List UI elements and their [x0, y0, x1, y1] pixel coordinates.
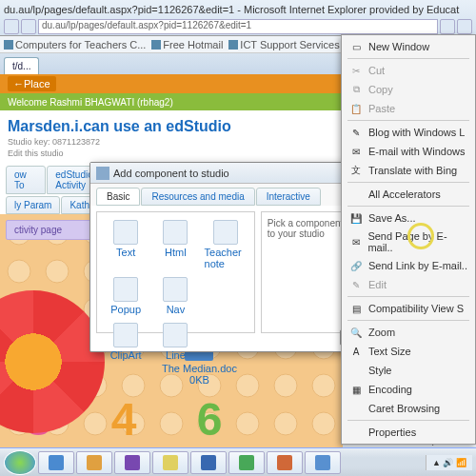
note-icon [213, 220, 238, 245]
menu-cut: ✂Cut [344, 61, 473, 80]
ie-icon [49, 455, 64, 470]
word-icon [201, 455, 216, 470]
taskbar-button[interactable] [114, 451, 150, 474]
menu-save-as[interactable]: 💾Save As... [344, 208, 473, 228]
menu-blog[interactable]: ✎Blog with Windows L [344, 123, 473, 142]
menu-encoding[interactable]: ▦Encoding [344, 380, 473, 399]
menu-zoom[interactable]: 🔍Zoom [344, 323, 473, 342]
app-icon [315, 455, 330, 470]
save-icon: 💾 [349, 211, 363, 225]
component-line[interactable]: Line [152, 321, 198, 363]
menu-email[interactable]: ✉E-mail with Windows [344, 142, 473, 161]
onenote-icon [125, 455, 140, 470]
refresh-button[interactable] [440, 19, 455, 34]
taskbar-button[interactable] [76, 451, 112, 474]
menu-properties[interactable]: Properties [344, 423, 473, 442]
menu-new-window[interactable]: ▭New Window [344, 37, 473, 56]
component-grid: Text Html Teacher note Popup Nav ClipArt… [96, 211, 255, 333]
encoding-icon: ▦ [349, 383, 363, 396]
fav-link[interactable]: Free Hotmail [151, 39, 223, 50]
send-icon: ✉ [349, 235, 362, 248]
system-tray[interactable]: ▲ 🔊 📶 [426, 455, 472, 470]
component-html[interactable]: Html [152, 218, 198, 271]
copy-icon: ⧉ [349, 83, 363, 96]
outlook-icon [163, 455, 178, 470]
menu-send-link[interactable]: 🔗Send Link by E-mail.. [344, 256, 473, 275]
popup-icon [113, 277, 138, 302]
translate-icon: 文 [349, 164, 363, 177]
excel-icon [239, 455, 254, 470]
menu-paste: 📋Paste [344, 99, 473, 118]
paste-icon: 📋 [349, 102, 363, 115]
menu-compat-view[interactable]: ▤Compatibility View S [344, 299, 473, 318]
activity-page-label[interactable]: ctivity page [6, 220, 91, 240]
taskbar-button[interactable] [267, 451, 303, 474]
component-clipart[interactable]: ClipArt [103, 321, 149, 363]
compat-icon: ▤ [349, 302, 363, 315]
doc-name: The Median.doc [162, 363, 237, 374]
folder-icon [87, 455, 102, 470]
stop-button[interactable] [457, 19, 472, 34]
component-nav[interactable]: Nav [152, 275, 198, 317]
forward-button[interactable] [21, 19, 36, 34]
page-context-menu: ▭New Window ✂Cut ⧉Copy 📋Paste ✎Blog with… [341, 34, 476, 445]
number-6-graphic[interactable]: 6 [181, 386, 238, 452]
component-teacher-note[interactable]: Teacher note [203, 218, 248, 271]
component-popup[interactable]: Popup [103, 275, 149, 317]
component-text[interactable]: Text [103, 218, 149, 271]
doc-size: 0KB [162, 374, 237, 386]
text-icon [113, 220, 138, 245]
menu-style[interactable]: Style [344, 361, 473, 380]
dialog-tab-basic[interactable]: Basic [96, 188, 140, 206]
dialog-tab-interactive[interactable]: Interactive [256, 188, 321, 206]
taskbar-button[interactable] [152, 451, 188, 474]
menu-copy: ⧉Copy [344, 80, 473, 99]
menu-text-size[interactable]: AText Size [344, 342, 473, 361]
taskbar-button[interactable] [228, 451, 265, 474]
scissors-icon: ✂ [349, 64, 363, 77]
taskbar-button[interactable] [190, 451, 227, 474]
address-bar: du.au/lp/pages/default.aspx?pid=1126267&… [4, 19, 472, 34]
menu-send-page[interactable]: ✉Send Page by E-mail.. [344, 228, 473, 256]
clipart-icon [113, 323, 138, 347]
html-icon [163, 220, 188, 245]
zoom-icon: 🔍 [349, 326, 363, 339]
studio-tab[interactable]: ow To [6, 166, 46, 194]
blog-icon: ✎ [349, 126, 363, 139]
start-button[interactable] [4, 450, 36, 475]
dialog-title: Add component to studio [113, 168, 229, 179]
dialog-tab-resources[interactable]: Resources and media [141, 188, 254, 206]
dialog-icon [96, 167, 109, 180]
powerpoint-icon [277, 455, 292, 470]
window-icon: ▭ [349, 40, 363, 53]
windows-taskbar: ▲ 🔊 📶 [0, 447, 476, 476]
menu-caret[interactable]: Caret Browsing [344, 399, 473, 418]
browser-tab[interactable]: t/d... [4, 57, 39, 74]
nav-icon [163, 277, 188, 302]
place-brand[interactable]: ←Place [8, 76, 56, 91]
url-input[interactable]: du.au/lp/pages/default.aspx?pid=1126267&… [38, 19, 438, 34]
menu-accelerators[interactable]: All Accelerators [344, 185, 473, 204]
taskbar-button[interactable] [305, 451, 341, 474]
menu-edit: ✎Edit [344, 275, 473, 294]
back-button[interactable] [4, 19, 19, 34]
link-icon: 🔗 [349, 259, 363, 272]
fav-link[interactable]: Computers for Teachers C... [4, 39, 146, 50]
line-icon [163, 323, 188, 347]
number-4-graphic[interactable]: 4 [95, 386, 152, 452]
pencil-icon: ✎ [349, 278, 363, 291]
studio-tab[interactable]: ly Param [6, 196, 60, 214]
mail-icon: ✉ [349, 145, 363, 158]
window-title: du.au/lp/pages/default.aspx?pid=1126267&… [4, 2, 472, 17]
textsize-icon: A [349, 345, 363, 358]
taskbar-button[interactable] [38, 451, 74, 474]
menu-translate[interactable]: 文Translate with Bing [344, 161, 473, 180]
